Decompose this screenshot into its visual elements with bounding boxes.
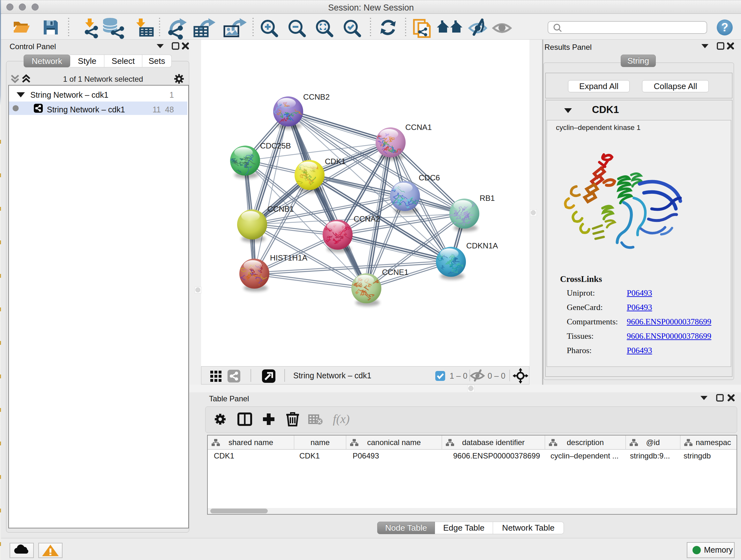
svg-text:CCNE1: CCNE1 xyxy=(382,268,408,276)
svg-text:0 – 0: 0 – 0 xyxy=(488,371,506,380)
svg-text:RB1: RB1 xyxy=(480,194,495,202)
svg-text:CDC25B: CDC25B xyxy=(260,141,291,150)
svg-text:CCNB2: CCNB2 xyxy=(303,92,330,101)
svg-text:1 – 0: 1 – 0 xyxy=(450,371,468,380)
svg-text:CCNA2: CCNA2 xyxy=(354,214,380,223)
svg-text:CCNB1: CCNB1 xyxy=(267,205,294,213)
svg-text:HIST1H1A: HIST1H1A xyxy=(270,253,308,262)
svg-text:CDK1: CDK1 xyxy=(325,157,346,166)
svg-text:CDC6: CDC6 xyxy=(419,173,440,182)
svg-text:f(x): f(x) xyxy=(333,412,350,426)
svg-text:CDKN1A: CDKN1A xyxy=(466,241,498,250)
svg-text:String Network – cdk1: String Network – cdk1 xyxy=(293,371,372,380)
svg-text:?: ? xyxy=(721,21,728,34)
svg-text:CCNA1: CCNA1 xyxy=(405,123,432,132)
